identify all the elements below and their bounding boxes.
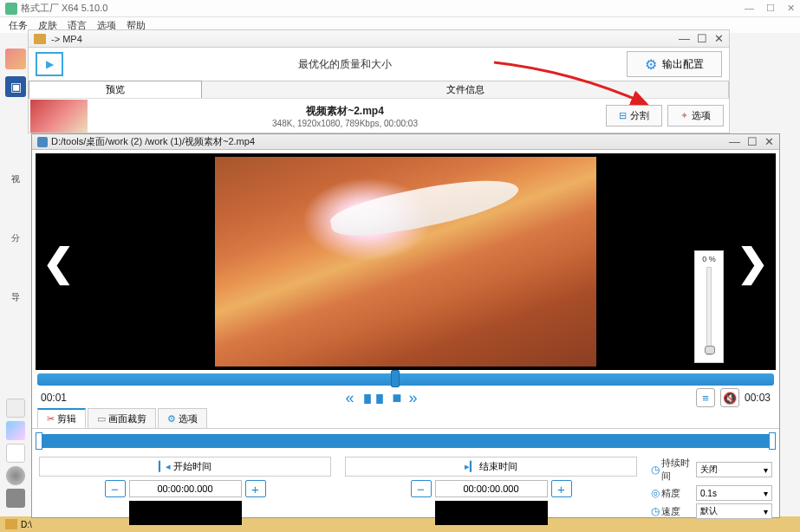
speed-icon: ◷ bbox=[651, 505, 660, 517]
start-plus-button[interactable]: + bbox=[245, 480, 266, 497]
tab-options[interactable]: ⚙ 选项 bbox=[158, 408, 207, 428]
folder-icon bbox=[34, 34, 46, 44]
volume-slider[interactable] bbox=[706, 267, 712, 355]
tab-crop[interactable]: ▭ 画面裁剪 bbox=[88, 408, 156, 428]
sidebar-photo-icon[interactable] bbox=[5, 49, 26, 69]
end-preview bbox=[435, 501, 548, 525]
volume-thumb[interactable] bbox=[705, 346, 715, 354]
split-icon: ⊟ bbox=[619, 110, 627, 121]
taskbar-path[interactable]: D:\ bbox=[21, 520, 32, 529]
next-arrow-icon[interactable]: ❯ bbox=[737, 240, 769, 284]
split-label: 分割 bbox=[630, 109, 649, 122]
tab-crop-label: 画面裁剪 bbox=[108, 412, 146, 425]
mute-button[interactable]: 🔇 bbox=[720, 388, 739, 407]
trim-handle-left[interactable] bbox=[36, 432, 42, 450]
end-minus-button[interactable]: − bbox=[411, 480, 432, 497]
sidebar-music-icon[interactable] bbox=[6, 399, 25, 418]
sidebar-image-icon[interactable] bbox=[6, 421, 25, 440]
close-icon[interactable]: ✕ bbox=[787, 3, 795, 14]
end-marker-icon: ▸▎ bbox=[465, 461, 477, 472]
time-current: 00:01 bbox=[41, 392, 67, 404]
seek-handle[interactable] bbox=[391, 370, 400, 387]
maximize-icon[interactable]: ☐ bbox=[697, 33, 707, 44]
minimize-icon[interactable]: — bbox=[745, 3, 754, 14]
chevron-down-icon: ▾ bbox=[764, 465, 768, 475]
video-frame bbox=[215, 157, 596, 367]
forward-icon[interactable]: » bbox=[408, 389, 417, 407]
start-minus-button[interactable]: − bbox=[105, 480, 126, 497]
subtitle-button[interactable]: ≡ bbox=[696, 388, 715, 407]
precision-label: 精度 bbox=[661, 487, 680, 500]
gear-icon: ⚙ bbox=[167, 413, 176, 425]
quality-message: 最优化的质量和大小 bbox=[70, 57, 620, 72]
split-button[interactable]: ⊟ 分割 bbox=[606, 105, 662, 127]
file-row: 视频素材~2.mp4 348K, 1920x1080, 789Kbps, 00:… bbox=[29, 98, 729, 133]
file-thumbnail[interactable] bbox=[30, 100, 88, 133]
app-title: 格式工厂 X64 5.10.0 bbox=[21, 2, 745, 15]
volume-value: 0 % bbox=[702, 255, 716, 263]
trim-range-bar[interactable] bbox=[39, 434, 772, 448]
player-title: D:/tools/桌面/work (2) /work (1)/视频素材~2.mp… bbox=[51, 135, 729, 148]
gear-icon: ⚙ bbox=[645, 56, 657, 73]
crop-icon: ▭ bbox=[97, 413, 106, 425]
close-icon[interactable]: ✕ bbox=[764, 135, 774, 148]
tab-options-label: 选项 bbox=[179, 412, 198, 425]
options-label: 选项 bbox=[692, 109, 711, 122]
target-icon: ◎ bbox=[651, 487, 660, 499]
sidebar-tools-icon[interactable] bbox=[6, 489, 25, 508]
start-time-button[interactable]: ▎◂ 开始时间 bbox=[39, 457, 331, 477]
duration-label: 持续时间 bbox=[661, 457, 693, 483]
seek-bar[interactable] bbox=[37, 373, 774, 386]
sidebar-video-icon[interactable]: ▣ bbox=[5, 76, 26, 97]
convert-title: -> MP4 bbox=[51, 34, 679, 44]
tab-trim[interactable]: ✂ 剪辑 bbox=[37, 408, 86, 428]
app-icon bbox=[5, 3, 17, 15]
output-config-button[interactable]: ⚙ 输出配置 bbox=[627, 51, 722, 77]
scissors-icon: ✂ bbox=[47, 413, 55, 425]
end-time-button[interactable]: ▸▎ 结束时间 bbox=[345, 457, 637, 477]
close-icon[interactable]: ✕ bbox=[714, 33, 724, 44]
menu-task[interactable]: 任务 bbox=[9, 19, 28, 31]
maximize-icon[interactable]: ☐ bbox=[766, 3, 775, 14]
tab-fileinfo[interactable]: 文件信息 bbox=[202, 81, 729, 98]
chevron-down-icon: ▾ bbox=[764, 507, 768, 516]
sidebar-doc-icon[interactable] bbox=[6, 444, 25, 463]
start-marker-icon: ▎◂ bbox=[159, 461, 171, 472]
start-time-label: 开始时间 bbox=[173, 460, 211, 473]
file-name: 视频素材~2.mp4 bbox=[89, 104, 601, 119]
prev-arrow-icon[interactable]: ❮ bbox=[42, 240, 75, 284]
side-label-split: 分 bbox=[11, 232, 20, 244]
minimize-icon[interactable]: — bbox=[729, 135, 740, 148]
options-button[interactable]: ✦ 选项 bbox=[667, 105, 724, 127]
player-window: D:/tools/桌面/work (2) /work (1)/视频素材~2.mp… bbox=[31, 133, 780, 518]
end-time-value[interactable]: 00:00:00.000 bbox=[435, 480, 548, 497]
start-time-value[interactable]: 00:00:00.000 bbox=[129, 480, 242, 497]
convert-window: -> MP4 — ☐ ✕ 最优化的质量和大小 ⚙ 输出配置 预览 文件信息 视频… bbox=[28, 29, 730, 133]
clock-icon: ◷ bbox=[651, 464, 660, 476]
file-meta: 348K, 1920x1080, 789Kbps, 00:00:03 bbox=[89, 119, 601, 128]
rewind-icon[interactable]: « bbox=[346, 389, 354, 407]
tab-trim-label: 剪辑 bbox=[57, 412, 76, 425]
end-plus-button[interactable]: + bbox=[551, 480, 572, 497]
start-preview bbox=[129, 501, 242, 525]
precision-select[interactable]: 0.1s▾ bbox=[696, 485, 772, 501]
play-icon[interactable] bbox=[36, 52, 63, 76]
speed-select[interactable]: 默认▾ bbox=[696, 503, 772, 519]
player-icon bbox=[37, 137, 48, 147]
side-label-video: 视 bbox=[11, 173, 20, 185]
main-titlebar: 格式工厂 X64 5.10.0 — ☐ ✕ bbox=[0, 0, 800, 17]
stop-icon[interactable]: ■ bbox=[393, 389, 402, 407]
folder-icon bbox=[5, 519, 17, 529]
time-total: 00:03 bbox=[745, 392, 771, 404]
sidebar-disc-icon[interactable] bbox=[6, 466, 25, 485]
speed-label: 速度 bbox=[661, 505, 680, 518]
side-label-export: 导 bbox=[11, 291, 20, 303]
pause-icon[interactable]: ∎∎ bbox=[361, 386, 386, 409]
minimize-icon[interactable]: — bbox=[679, 33, 690, 44]
maximize-icon[interactable]: ☐ bbox=[747, 135, 758, 148]
tab-preview[interactable]: 预览 bbox=[29, 81, 202, 98]
options-icon: ✦ bbox=[680, 110, 688, 121]
video-area[interactable]: ❮ ❯ 0 % bbox=[36, 153, 776, 370]
trim-handle-right[interactable] bbox=[769, 432, 776, 450]
duration-select[interactable]: 关闭▾ bbox=[696, 462, 772, 477]
